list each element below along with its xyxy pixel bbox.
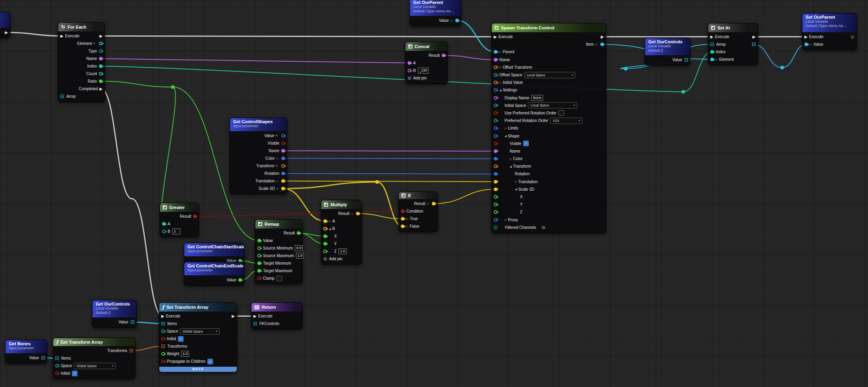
setat-array-pin[interactable] xyxy=(710,43,714,46)
spawn-expander-icon[interactable]: ◢ xyxy=(505,134,506,137)
setta-value-input[interactable]: 1.0 xyxy=(181,351,189,357)
spawn-in-pin[interactable] xyxy=(494,172,497,176)
spawn-expander-icon[interactable]: ◢ xyxy=(515,188,517,191)
multiply-in-pin[interactable] xyxy=(323,219,327,223)
spawn-exec-in-pin[interactable]: ▶ xyxy=(494,35,497,39)
setta-in-pin[interactable] xyxy=(161,337,165,341)
gcs-out-pin[interactable] xyxy=(281,164,285,168)
foreach-out-pin[interactable] xyxy=(99,79,102,83)
spawn-in-pin[interactable] xyxy=(494,142,497,145)
spawn-expander-icon[interactable]: ▷ xyxy=(515,180,517,183)
ifnode-node[interactable]: IfResult◁Condition▷True▷False xyxy=(398,192,438,232)
node-graph-canvas[interactable]: ▶↻For Each▶Execute▶Element↖TypeNameIndex… xyxy=(0,0,868,387)
spawn-in-pin[interactable] xyxy=(494,119,497,122)
setourparent-exec-in-pin[interactable]: ▶ xyxy=(804,35,808,39)
greater-node[interactable]: GreaterResultAB1 xyxy=(160,203,199,237)
gcs-out-pin[interactable] xyxy=(281,141,285,145)
setta-checkbox[interactable]: ✓ xyxy=(178,336,184,342)
setat-in-pin[interactable] xyxy=(710,58,714,61)
ifnode-out-pin[interactable] xyxy=(432,202,435,205)
spawn-in-pin[interactable] xyxy=(494,81,497,84)
spawn-in-pin[interactable] xyxy=(494,218,497,222)
spawn-select[interactable]: Local Space▾ xyxy=(528,102,577,108)
endscale-out-pin[interactable] xyxy=(238,278,242,282)
setta-exec-in-pin[interactable]: ▶ xyxy=(161,314,164,318)
spawn-value-input[interactable]: None xyxy=(531,95,543,101)
getbones-node[interactable]: Get BonesInput parameterValue xyxy=(5,340,47,364)
spawn-in-pin[interactable] xyxy=(494,88,497,92)
concat-add-pin-icon[interactable]: ⊙ xyxy=(408,76,411,80)
spawn-expander-icon[interactable]: ▷ xyxy=(510,157,512,161)
setta-in-pin[interactable] xyxy=(161,360,165,363)
spawn-array-pin[interactable] xyxy=(494,226,497,229)
ifnode-in-pin[interactable] xyxy=(401,224,404,228)
foreach-exec-out-pin[interactable]: ▶ xyxy=(99,34,102,38)
gcs-node[interactable]: Get ControlShapesInput parameterValue↖Vi… xyxy=(230,118,287,194)
remap-in-pin[interactable] xyxy=(257,246,261,250)
setat-node[interactable]: Set At▶Execute▶ArrayIndex▷Element xyxy=(708,23,758,65)
getourparent-expander-icon[interactable]: ◁ xyxy=(450,19,452,22)
concat-node[interactable]: ConcatResultAB_Ctrl⊙Add pin xyxy=(405,42,448,84)
setat-exec-out-pin[interactable]: ▶ xyxy=(752,35,756,39)
getbones-array-pin[interactable] xyxy=(41,356,45,360)
remap-checkbox[interactable] xyxy=(276,276,282,281)
foreach-exec-out-pin[interactable]: ▶ xyxy=(99,87,102,91)
gcs-out-pin[interactable] xyxy=(281,172,285,175)
spawn-in-pin[interactable] xyxy=(494,157,497,161)
spawn-select[interactable]: YZX▾ xyxy=(550,118,582,124)
remap-out-pin[interactable] xyxy=(297,231,300,235)
setta-note-bar[interactable]: NOTE xyxy=(159,367,237,372)
spawn-in-pin[interactable] xyxy=(494,111,497,115)
spawn-expander-icon[interactable]: ▷ xyxy=(499,66,501,69)
spawn-in-pin[interactable] xyxy=(494,96,497,100)
setat-exec-in-pin[interactable]: ▶ xyxy=(710,35,713,39)
multiply-expander-icon[interactable]: ▷ xyxy=(329,220,331,223)
ourctrlb-node[interactable]: Get OurControlsLocal VariableDefault ()V… xyxy=(92,300,137,328)
setta-node[interactable]: ƒSet Transform Array▶Execute▶ItemsSpaceG… xyxy=(159,302,237,372)
gta-checkbox[interactable]: ✓ xyxy=(72,371,77,376)
foreach-array-pin[interactable] xyxy=(60,95,64,98)
gcs-out-pin[interactable] xyxy=(281,134,285,137)
concat-in-pin[interactable] xyxy=(408,69,411,72)
spawn-in-pin[interactable] xyxy=(494,66,497,69)
spawn-in-pin[interactable] xyxy=(494,50,497,54)
multiply-expander-icon[interactable]: ◁ xyxy=(351,212,353,215)
ifnode-expander-icon[interactable]: ▷ xyxy=(406,225,408,228)
setta-checkbox[interactable]: ✓ xyxy=(207,359,213,364)
setta-in-pin[interactable] xyxy=(161,329,165,333)
ret-exec-in-pin[interactable]: ▶ xyxy=(253,314,257,318)
spawn-exec-out-pin[interactable]: ▶ xyxy=(601,35,604,39)
ifnode-in-pin[interactable] xyxy=(401,217,404,221)
ourctrlr-node[interactable]: Get OurControlsLocal VariableDefault ()V… xyxy=(645,38,690,66)
setta-select[interactable]: Global Space▾ xyxy=(180,328,220,335)
spawn-in-pin[interactable] xyxy=(494,180,497,184)
gcs-out-pin[interactable] xyxy=(281,179,285,183)
spawn-in-pin[interactable] xyxy=(494,126,497,130)
multiply-in-pin[interactable] xyxy=(323,234,327,238)
remap-in-pin[interactable] xyxy=(257,261,261,265)
gta-in-pin[interactable] xyxy=(55,364,59,368)
multiply-value-input[interactable]: 1.0 xyxy=(338,248,347,254)
spawn-out-pin[interactable] xyxy=(600,43,604,46)
greater-out-pin[interactable] xyxy=(193,215,197,218)
foreach-out-pin[interactable] xyxy=(99,72,102,75)
setta-array-pin[interactable] xyxy=(161,322,165,325)
gta-node[interactable]: ƒGet Transform ArrayTransformsItemsSpace… xyxy=(53,338,135,379)
remap-value-input[interactable]: 1.0 xyxy=(296,253,304,259)
multiply-in-pin[interactable] xyxy=(323,242,327,246)
endscale-node[interactable]: Get ControlChainEndScaleInput parameterV… xyxy=(184,262,244,286)
gcs-out-pin[interactable] xyxy=(281,187,285,190)
setta-exec-out-pin[interactable]: ▶ xyxy=(232,314,235,318)
setat-array-pin[interactable] xyxy=(752,43,756,46)
multiply-node[interactable]: MultiplyResult◁▷A◢BXYZ1.0⊙Add pin xyxy=(321,200,362,265)
ourctrlb-array-pin[interactable] xyxy=(131,320,134,324)
spawn-in-pin[interactable] xyxy=(494,188,497,191)
gcs-expander-icon[interactable]: ◁ xyxy=(276,187,278,190)
remap-in-pin[interactable] xyxy=(257,277,261,280)
setourparent-node[interactable]: Set OurParentLocal VariableDefault (Type… xyxy=(802,13,857,50)
multiply-expander-icon[interactable]: ◢ xyxy=(329,227,331,230)
spawn-expander-icon[interactable]: ▷ xyxy=(505,127,506,130)
concat-out-pin[interactable] xyxy=(442,54,445,57)
spawn-expander-icon[interactable]: ◁ xyxy=(595,43,597,46)
remap-in-pin[interactable] xyxy=(257,239,261,242)
